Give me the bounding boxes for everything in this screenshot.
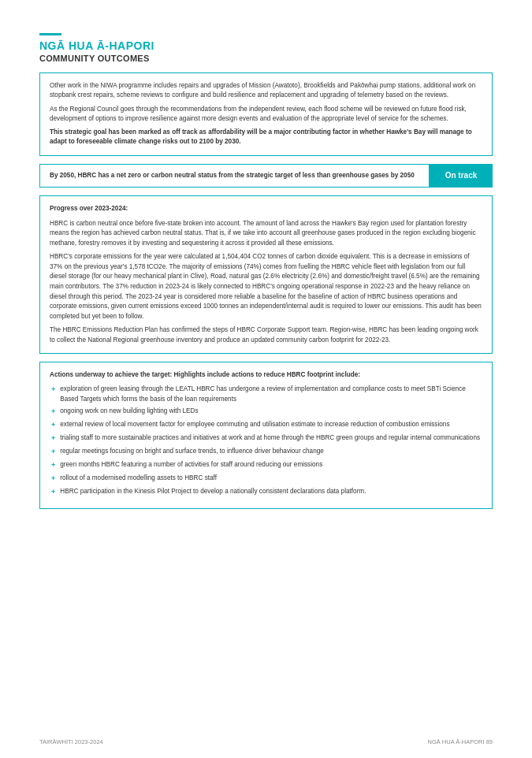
actions-title: Actions underway to achieve the target: … <box>50 370 482 381</box>
action-item-6: green months HBRC featuring a number of … <box>50 460 482 471</box>
highlight-text: By 2050, HBRC has a net zero or carbon n… <box>39 164 430 188</box>
highlight-row: By 2050, HBRC has a net zero or carbon n… <box>39 164 493 188</box>
footer-left: TAIRĀWHITI 2023-2024 <box>39 738 103 745</box>
section-subtitle: COMMUNITY OUTCOMES <box>39 54 493 63</box>
action-item-3: external review of local movement factor… <box>50 420 482 431</box>
header-icon-area <box>39 32 493 39</box>
progress-para-3: The HBRC Emissions Reduction Plan has co… <box>50 325 482 345</box>
progress-para-2: HBRC's corporate emissions for the year … <box>50 252 482 322</box>
intro-para-3-text: This strategic goal has been marked as o… <box>50 128 472 145</box>
footer-right: NGĀ HUA Ā-HAPORI 89 <box>427 738 493 745</box>
action-item-4: trialing staff to more sustainable pract… <box>50 433 482 444</box>
actions-box: Actions underway to achieve the target: … <box>39 362 493 509</box>
intro-box: Other work in the NIWA programme include… <box>39 72 493 156</box>
intro-para-2: As the Regional Council goes through the… <box>50 105 482 124</box>
teal-bar-icon <box>39 33 61 35</box>
actions-intro: Highlights include actions to reduce HBR… <box>173 371 360 378</box>
footer: TAIRĀWHITI 2023-2024 NGĀ HUA Ā-HAPORI 89 <box>39 738 493 745</box>
action-item-5: regular meetings focusing on bright and … <box>50 447 482 458</box>
intro-para-3: This strategic goal has been marked as o… <box>50 128 482 147</box>
intro-para-1: Other work in the NIWA programme include… <box>50 81 482 101</box>
on-track-badge: On track <box>430 164 493 188</box>
progress-box: Progress over 2023-2024: HBRC is carbon … <box>39 195 493 354</box>
actions-list: exploration of green leasing through the… <box>50 385 482 498</box>
action-item-7: rollout of a modernised modelling assets… <box>50 474 482 485</box>
progress-title: Progress over 2023-2024: <box>50 204 482 214</box>
page: NGĀ HUA Ā-HAPORI COMMUNITY OUTCOMES Othe… <box>0 0 532 758</box>
action-item-2: ongoing work on new building lighting wi… <box>50 407 482 418</box>
action-item-8: HBRC participation in the Kinesis Pilot … <box>50 487 482 498</box>
action-item-1: exploration of green leasing through the… <box>50 385 482 404</box>
progress-para-1: HBRC is carbon neutral once before five-… <box>50 219 482 249</box>
section-title: NGĀ HUA Ā-HAPORI <box>39 39 493 52</box>
